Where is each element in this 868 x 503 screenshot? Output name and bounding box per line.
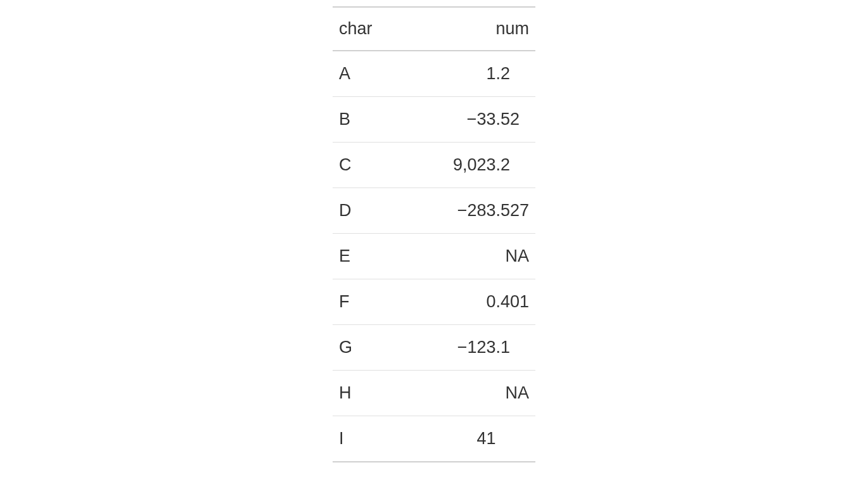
cell-num: NA <box>390 371 535 416</box>
cell-char: A <box>333 51 390 97</box>
cell-char: F <box>333 279 390 325</box>
cell-num: −33.52 <box>390 97 535 143</box>
table-header-row: char num <box>333 7 535 51</box>
data-table: char num A 1.2 B −33.52 C 9,023.2 D −283… <box>333 6 535 462</box>
cell-num: 9,023.2 <box>390 143 535 188</box>
cell-char: G <box>333 325 390 371</box>
header-num: num <box>390 7 535 51</box>
table-row: F 0.401 <box>333 279 535 325</box>
cell-num: 41 <box>390 416 535 462</box>
cell-char: E <box>333 234 390 279</box>
table-row: B −33.52 <box>333 97 535 143</box>
cell-char: D <box>333 188 390 234</box>
table-row: E NA <box>333 234 535 279</box>
table-row: I 41 <box>333 416 535 462</box>
cell-num: NA <box>390 234 535 279</box>
table-row: G −123.1 <box>333 325 535 371</box>
cell-char: H <box>333 371 390 416</box>
cell-char: B <box>333 97 390 143</box>
cell-num: −283.527 <box>390 188 535 234</box>
table-row: H NA <box>333 371 535 416</box>
table-row: C 9,023.2 <box>333 143 535 188</box>
cell-num: 1.2 <box>390 51 535 97</box>
header-char: char <box>333 7 390 51</box>
cell-char: I <box>333 416 390 462</box>
cell-char: C <box>333 143 390 188</box>
table-row: D −283.527 <box>333 188 535 234</box>
cell-num: 0.401 <box>390 279 535 325</box>
table-row: A 1.2 <box>333 51 535 97</box>
cell-num: −123.1 <box>390 325 535 371</box>
